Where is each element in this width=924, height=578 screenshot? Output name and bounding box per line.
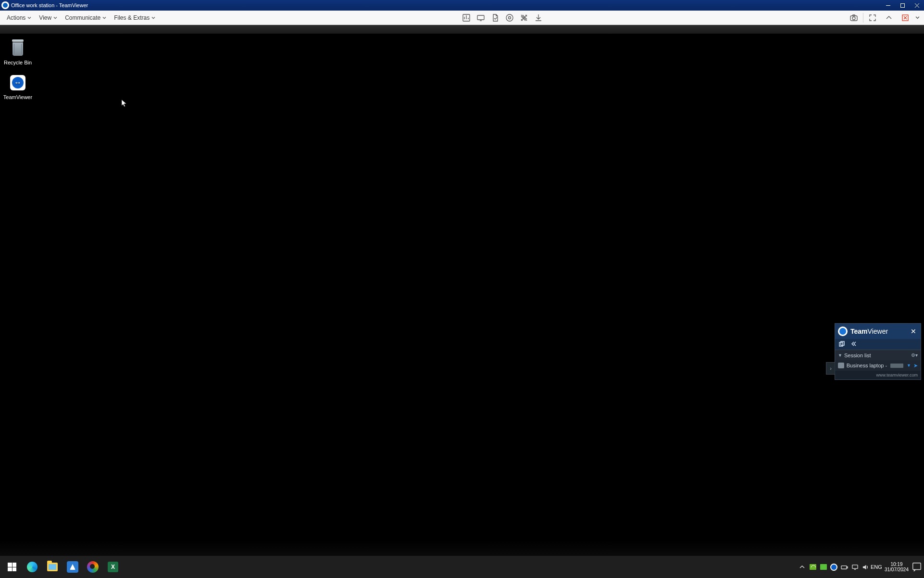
session-item-label: Business laptop - JeanK <box>847 363 888 368</box>
menu-files-extras[interactable]: Files & Extras <box>110 11 159 25</box>
close-button[interactable] <box>910 0 924 11</box>
start-button[interactable] <box>2 557 22 577</box>
svg-rect-13 <box>913 563 921 570</box>
teamviewer-logo-icon <box>1 1 9 9</box>
minimize-button[interactable] <box>881 0 895 11</box>
tray-clock[interactable]: 10:19 31/07/2024 <box>882 562 912 573</box>
tray-volume-icon[interactable] <box>861 557 871 577</box>
svg-point-6 <box>852 17 855 20</box>
panel-header: TeamViewer ✕ <box>835 324 921 339</box>
svg-rect-11 <box>847 566 848 568</box>
edge-icon <box>27 562 37 572</box>
teamviewer-side-panel: › TeamViewer ✕ ▼ Session list ⚙▾ Busines… <box>835 323 921 380</box>
remote-cursor-icon <box>121 99 127 108</box>
menu-label: View <box>39 14 51 21</box>
tray-teamviewer-icon[interactable] <box>829 557 839 577</box>
menu-label: Communicate <box>65 14 100 21</box>
panel-toolbar <box>835 339 921 350</box>
panel-footer: www.teamviewer.com <box>835 371 921 379</box>
svg-rect-2 <box>477 15 484 20</box>
language-label: ENG <box>871 564 882 570</box>
tray-network-icon[interactable] <box>850 557 861 577</box>
fullscreen-icon[interactable] <box>864 11 881 25</box>
menu-label: Actions <box>7 14 25 21</box>
whiteboard-icon[interactable] <box>517 11 531 25</box>
session-list-header[interactable]: ▼ Session list ⚙▾ <box>835 350 921 360</box>
avatar-icon <box>838 363 844 368</box>
desktop-icon-recycle-bin[interactable]: Recycle Bin <box>0 38 36 65</box>
gear-icon[interactable]: ⚙▾ <box>911 352 918 358</box>
chevron-down-icon <box>53 14 57 21</box>
svg-rect-0 <box>900 3 904 7</box>
remote-footer-band <box>0 540 924 556</box>
collapse-icon[interactable] <box>850 341 856 348</box>
toolbar: Actions View Communicate Files & Extras <box>0 11 924 25</box>
windows-icon <box>8 563 16 571</box>
record-icon[interactable] <box>502 11 517 25</box>
file-transfer-icon[interactable] <box>488 11 502 25</box>
office-icon <box>87 561 99 573</box>
redacted-text <box>890 364 903 368</box>
menu-communicate[interactable]: Communicate <box>61 11 110 25</box>
footer-link[interactable]: www.teamviewer.com <box>876 373 918 377</box>
icon-label: Recycle Bin <box>4 60 32 65</box>
store-icon <box>67 561 78 573</box>
end-session-button[interactable] <box>897 11 913 25</box>
desktop-icon-teamviewer[interactable]: TeamViewer <box>0 73 36 100</box>
taskbar: X ENG 10:19 31/07/2024 <box>0 556 924 578</box>
menu-actions[interactable]: Actions <box>3 11 35 25</box>
tray-nvidia-icon[interactable] <box>808 557 818 577</box>
collapse-up-icon[interactable] <box>881 11 897 25</box>
panel-brand: TeamViewer <box>850 327 888 335</box>
end-session-more-button[interactable] <box>913 11 921 25</box>
session-list-label: Session list <box>844 352 871 358</box>
taskbar-app-excel[interactable]: X <box>103 557 123 577</box>
session-item[interactable]: Business laptop - JeanK ▼ ➤ <box>835 360 921 371</box>
clock-date: 31/07/2024 <box>885 567 909 573</box>
excel-icon: X <box>108 562 118 572</box>
remote-desktop[interactable]: Recycle Bin TeamViewer <box>0 34 924 556</box>
chevron-down-icon <box>27 14 31 21</box>
menu-label: Files & Extras <box>114 14 150 21</box>
remote-control-icon[interactable] <box>474 11 488 25</box>
teamviewer-icon <box>8 73 27 92</box>
taskbar-app-edge[interactable] <box>22 557 42 577</box>
tray-language[interactable]: ENG <box>871 557 882 577</box>
icon-label: TeamViewer <box>3 94 32 100</box>
svg-rect-12 <box>852 565 858 568</box>
svg-point-3 <box>506 14 513 21</box>
chevron-down-icon <box>102 14 106 21</box>
panel-close-button[interactable]: ✕ <box>909 327 918 336</box>
menu-view[interactable]: View <box>35 11 61 25</box>
dashboard-icon[interactable] <box>459 11 474 25</box>
separator <box>863 13 863 23</box>
taskbar-app-office[interactable] <box>83 557 103 577</box>
titlebar: Office work station - TeamViewer <box>0 0 924 11</box>
recycle-bin-icon <box>8 38 27 58</box>
clock-time: 10:19 <box>890 562 902 567</box>
system-tray: ENG 10:19 31/07/2024 <box>797 556 922 578</box>
download-icon[interactable] <box>531 11 546 25</box>
pointer-icon[interactable]: ➤ <box>913 363 918 369</box>
svg-rect-10 <box>841 565 847 569</box>
screenshot-icon[interactable] <box>846 11 862 25</box>
taskbar-app-explorer[interactable] <box>42 557 62 577</box>
teamviewer-logo-icon <box>838 327 848 336</box>
tray-battery-icon[interactable] <box>839 557 850 577</box>
file-explorer-icon <box>47 563 58 571</box>
chevron-down-icon <box>151 14 155 21</box>
panel-expand-handle[interactable]: › <box>826 362 835 375</box>
toolbar-shadow <box>0 25 924 34</box>
desktop-icons: Recycle Bin TeamViewer <box>0 38 36 100</box>
triangle-down-icon: ▼ <box>838 353 842 358</box>
window-title: Office work station - TeamViewer <box>11 2 88 8</box>
svg-point-4 <box>509 16 511 19</box>
tray-green-icon[interactable] <box>818 557 829 577</box>
copy-icon[interactable] <box>839 341 845 348</box>
taskbar-app-store[interactable] <box>62 557 83 577</box>
maximize-button[interactable] <box>895 0 910 11</box>
triangle-down-icon[interactable]: ▼ <box>907 363 911 368</box>
tray-overflow-button[interactable] <box>797 557 808 577</box>
tray-notifications-button[interactable] <box>912 557 922 577</box>
